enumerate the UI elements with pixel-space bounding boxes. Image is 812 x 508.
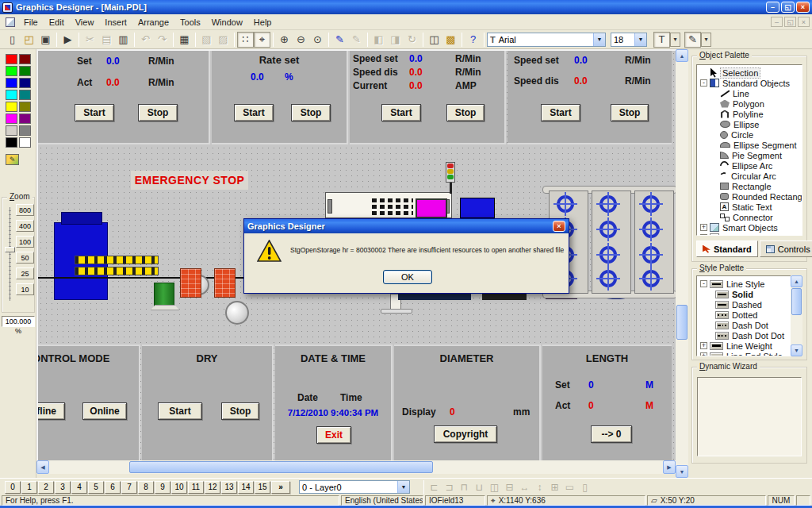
minimize-icon[interactable]: – [766,2,779,13]
zoom-level-button[interactable]: 100 [16,236,34,248]
distribute-horizontal-icon[interactable]: ↔ [517,480,532,494]
export-icon[interactable]: ▧ [198,32,215,48]
zoom-page-icon[interactable]: ⊙ [309,32,326,48]
undo-icon[interactable]: ↶ [137,32,154,48]
stop-button[interactable]: Stop [221,402,259,420]
expand-icon[interactable]: + [700,234,707,236]
menu-help[interactable]: Help [248,16,278,29]
reset-button[interactable]: --> 0 [591,425,632,443]
open-icon[interactable]: ◰ [21,32,37,48]
vertical-scrollbar[interactable]: ▲ ▼ [676,49,688,478]
menu-tools[interactable]: Tools [174,16,206,29]
scroll-up-icon[interactable]: ▲ [791,275,802,287]
close-icon[interactable]: × [796,2,810,13]
color-swatch[interactable] [6,114,17,124]
layer-tab-4[interactable]: 4 [71,481,87,494]
mirror-vertical-icon[interactable]: ◨ [387,32,404,48]
align-top-icon[interactable]: ⊓ [457,480,472,494]
color-swatch[interactable] [6,137,17,148]
palette-item-polyline[interactable]: Polyline [699,109,802,119]
collapse-icon[interactable]: - [700,79,707,87]
zoom-level-button[interactable]: 800 [16,204,34,216]
ok-button[interactable]: OK [383,270,432,284]
style-scrollbar[interactable]: ▲ ▼ [791,275,802,356]
zoom-slider[interactable] [9,207,11,301]
layer-tab-15[interactable]: 15 [255,481,270,494]
start-button[interactable]: Start [75,104,114,121]
zoom-level-button[interactable]: 25 [16,267,34,279]
zoom-out-icon[interactable]: ⊖ [293,32,309,48]
layer-tab-0[interactable]: 0 [5,481,21,494]
expand-icon[interactable]: + [700,342,707,349]
stop-button[interactable]: Stop [138,104,178,121]
spool-symbol[interactable] [599,195,617,213]
style-item-solid[interactable]: Solid [699,289,791,299]
offline-button[interactable]: Offline [38,402,65,420]
expand-icon[interactable]: + [700,352,707,356]
more-layers-icon[interactable]: » [271,481,290,494]
same-width-icon[interactable]: ⊞ [547,480,562,494]
exit-button[interactable]: Exit [316,426,351,444]
palette-item-standard-objects[interactable]: -Standard Objects [699,78,802,88]
zoom-level-button[interactable]: 10 [16,283,34,295]
spool-symbol[interactable] [642,246,660,264]
font-color-icon[interactable]: T [653,32,670,48]
grid-icon[interactable]: ∷ [237,32,254,48]
vertical-scroll-thumb[interactable] [676,305,688,340]
color-swatch[interactable] [6,54,17,64]
style-scroll-thumb[interactable] [791,288,802,315]
layer-tab-10[interactable]: 10 [171,481,187,494]
scroll-down-icon[interactable]: ▼ [791,344,802,356]
align-left-icon[interactable]: ⊏ [427,480,442,494]
palette-item-pie-segment[interactable]: Pie Segment [699,150,802,160]
spool-symbol[interactable] [642,221,660,238]
edit-points-icon[interactable]: ✎ [331,32,348,48]
same-height-icon[interactable]: ▭ [562,480,577,494]
color-swatch[interactable] [6,102,17,112]
line-color-icon[interactable]: ✎ [684,32,701,48]
properties-icon[interactable]: ◫ [426,32,442,48]
color-picker-icon[interactable]: ✎ [6,154,19,165]
palette-item-smart-objects[interactable]: +Smart Objects [699,222,802,233]
style-item-dotted[interactable]: Dotted [699,310,791,320]
spool-symbol[interactable] [599,221,617,238]
palette-item-static-text[interactable]: Static Text [699,202,802,212]
redo-icon[interactable]: ↷ [154,32,170,48]
layer-tab-6[interactable]: 6 [105,481,121,494]
line-color-dropdown-icon[interactable]: ▾ [701,33,711,47]
layer-tab-1[interactable]: 1 [21,481,37,494]
palette-item-windows-objects[interactable]: +Windows Objects [699,233,802,236]
layer-tab-5[interactable]: 5 [88,481,104,494]
io-field[interactable]: 0.0 [251,71,264,83]
start-button[interactable]: Start [158,402,202,420]
paste-icon[interactable]: ▥ [115,32,132,48]
center-horizontal-icon[interactable]: ◫ [487,480,502,494]
style-item-line-end-style[interactable]: +Line End Style [699,351,791,356]
color-swatch[interactable] [19,90,31,100]
tab-controls[interactable]: Controls [760,241,812,257]
align-right-icon[interactable]: ⊐ [442,480,457,494]
color-swatch[interactable] [19,114,31,124]
font-size-select[interactable]: 18 ▼ [611,33,647,47]
style-item-line-style[interactable]: -Line Style [699,279,791,289]
menu-edit[interactable]: Edit [44,16,70,29]
layer-tab-9[interactable]: 9 [155,481,170,494]
color-swatch[interactable] [6,90,17,100]
io-field[interactable]: 0.0 [106,77,120,88]
whats-this-icon[interactable]: ? [465,32,481,48]
style-item-line-weight[interactable]: +Line Weight [699,341,791,351]
rotate-points-icon[interactable]: ✎ [348,32,365,48]
start-button[interactable]: Start [234,104,274,121]
palette-item-rounded-rectangle[interactable]: Rounded Rectangle [699,191,802,202]
horizontal-scrollbar[interactable]: ◀ ▶ [36,460,676,474]
color-swatch[interactable] [19,137,31,148]
menu-insert[interactable]: Insert [99,16,132,29]
scroll-up-icon[interactable]: ▲ [676,49,688,62]
style-item-dashed[interactable]: Dashed [699,299,791,310]
io-field[interactable]: 0.0 [106,56,120,67]
io-field[interactable]: 0 [450,406,455,418]
stop-button[interactable]: Stop [611,104,649,121]
io-field[interactable]: 0.0 [409,80,423,91]
tab-standard[interactable]: Standard [696,241,758,257]
cut-icon[interactable]: ✂ [82,32,98,48]
